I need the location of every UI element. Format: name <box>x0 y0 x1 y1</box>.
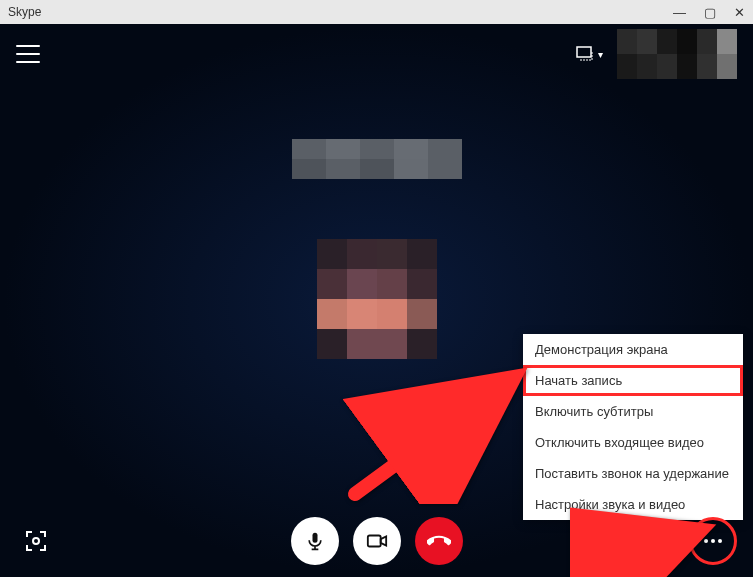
contact-avatar <box>317 239 437 359</box>
close-button[interactable]: ✕ <box>734 6 745 19</box>
video-button[interactable] <box>353 517 401 565</box>
svg-rect-4 <box>585 534 602 546</box>
fullscreen-button[interactable] <box>16 521 56 561</box>
svg-point-1 <box>33 538 39 544</box>
svg-rect-2 <box>312 533 317 543</box>
self-video-thumbnail[interactable] <box>617 29 737 79</box>
menu-item-audio-video-settings[interactable]: Настройки звука и видео <box>523 489 743 520</box>
contact-name <box>292 139 462 179</box>
call-area: ▾ Демонстрация экрана Начать запись Вклю… <box>0 24 753 577</box>
chat-button[interactable] <box>573 521 613 561</box>
window-controls: — ▢ ✕ <box>673 6 745 19</box>
svg-rect-0 <box>577 47 591 57</box>
reaction-button[interactable] <box>631 521 671 561</box>
more-options-button[interactable] <box>689 517 737 565</box>
menu-item-hold-call[interactable]: Поставить звонок на удержание <box>523 458 743 489</box>
menu-item-screen-share[interactable]: Демонстрация экрана <box>523 334 743 365</box>
svg-point-8 <box>711 539 715 543</box>
annotation-arrow <box>335 364 535 508</box>
menu-button[interactable] <box>16 45 40 63</box>
menu-item-start-recording[interactable]: Начать запись <box>523 365 743 396</box>
window-title: Skype <box>8 5 41 19</box>
menu-item-disable-incoming-video[interactable]: Отключить входящее видео <box>523 427 743 458</box>
resize-button[interactable]: ▾ <box>576 46 603 62</box>
hangup-button[interactable] <box>415 517 463 565</box>
top-right-controls: ▾ <box>576 29 737 79</box>
minimize-button[interactable]: — <box>673 6 686 19</box>
more-options-menu: Демонстрация экрана Начать запись Включи… <box>523 334 743 520</box>
top-controls: ▾ <box>0 24 753 84</box>
maximize-button[interactable]: ▢ <box>704 6 716 19</box>
svg-rect-3 <box>367 536 380 547</box>
title-bar: Skype — ▢ ✕ <box>0 0 753 24</box>
menu-item-subtitles[interactable]: Включить субтитры <box>523 396 743 427</box>
svg-point-7 <box>704 539 708 543</box>
svg-point-9 <box>718 539 722 543</box>
call-controls-bar <box>0 517 753 565</box>
microphone-button[interactable] <box>291 517 339 565</box>
